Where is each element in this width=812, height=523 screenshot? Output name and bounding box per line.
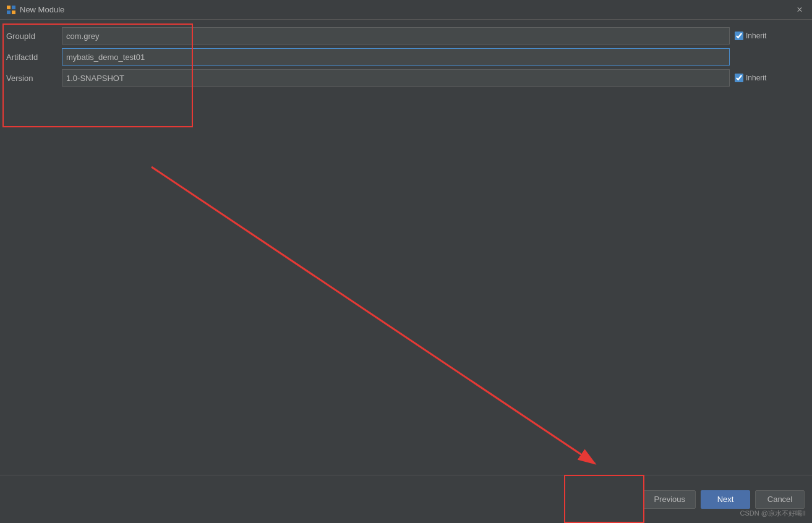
version-input[interactable] (62, 69, 730, 87)
groupid-inherit-label: Inherit (746, 32, 766, 40)
title-bar: New Module × (0, 0, 812, 20)
artifactid-input-wrapper (62, 48, 806, 66)
form-area: GroupId Inherit ArtifactId Version (0, 20, 812, 95)
module-icon (6, 5, 16, 15)
groupid-inherit-wrapper: Inherit (735, 32, 784, 40)
svg-rect-0 (7, 6, 11, 9)
dialog-title: New Module (20, 5, 64, 14)
groupid-label: GroupId (6, 32, 62, 41)
next-button[interactable]: Next (701, 490, 750, 509)
previous-button[interactable]: Previous (643, 490, 696, 509)
watermark: CSDN @凉水不好喝II (740, 509, 806, 518)
groupid-input-wrapper: Inherit (62, 27, 806, 45)
artifactid-row: ArtifactId (6, 48, 806, 66)
svg-rect-1 (12, 6, 15, 9)
svg-rect-2 (7, 11, 11, 14)
content-area (0, 95, 812, 475)
version-inherit-wrapper: Inherit (735, 74, 784, 82)
new-module-dialog: New Module × GroupId Inherit ArtifactId (0, 0, 812, 523)
footer: Previous Next Cancel (0, 475, 812, 523)
groupid-input[interactable] (62, 27, 730, 45)
groupid-inherit-checkbox[interactable] (735, 32, 743, 40)
version-input-wrapper: Inherit (62, 69, 806, 87)
version-label: Version (6, 74, 62, 83)
artifactid-label: ArtifactId (6, 53, 62, 62)
close-button[interactable]: × (793, 4, 806, 16)
version-inherit-label: Inherit (746, 74, 766, 82)
groupid-row: GroupId Inherit (6, 27, 806, 45)
version-inherit-checkbox[interactable] (735, 74, 743, 82)
cancel-button[interactable]: Cancel (755, 490, 805, 509)
svg-rect-3 (12, 11, 15, 14)
artifactid-input[interactable] (62, 48, 730, 66)
title-bar-left: New Module (6, 5, 64, 15)
version-row: Version Inherit (6, 69, 806, 87)
